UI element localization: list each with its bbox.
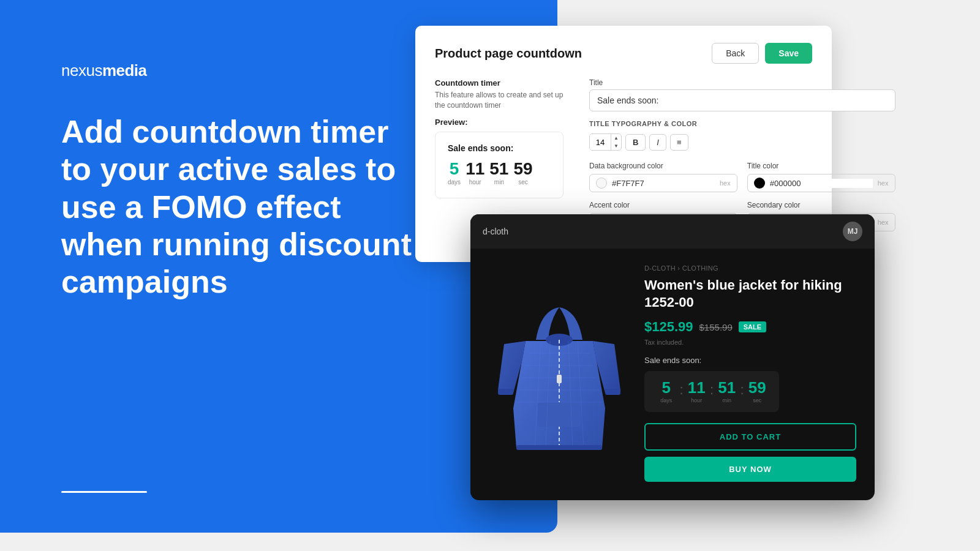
product-name: Women's blue jacket for hiking 1252-00	[644, 277, 856, 310]
logo: nexusmedia	[61, 61, 147, 80]
font-size-down-arrow[interactable]: ▼	[611, 142, 621, 150]
price-current: $125.99	[644, 319, 693, 335]
secondary-color-label: Secondary color	[747, 201, 895, 209]
dc-hours-num: 11	[688, 380, 706, 395]
preview-secs: 59 sec	[513, 160, 532, 186]
dc-mins: 51 min	[715, 380, 739, 403]
preview-mins-num: 51	[489, 160, 508, 178]
admin-panel-title: Product page countdown	[435, 47, 582, 61]
dc-secs-unit: sec	[753, 397, 761, 403]
sale-badge: SALE	[739, 321, 766, 332]
countdown-section-label: Countdown timer	[435, 78, 570, 88]
product-card-header: d-cloth MJ	[470, 214, 875, 249]
font-size-control: ▲ ▼	[589, 133, 622, 151]
product-card: d-cloth MJ	[470, 214, 875, 500]
preview-mins-unit: min	[494, 179, 504, 186]
dc-hours-unit: hour	[691, 397, 702, 403]
preview-days-num: 5	[450, 160, 459, 178]
price-original: $155.99	[699, 322, 733, 332]
dc-sep-2: :	[709, 382, 715, 398]
data-bg-color-input[interactable]: hex	[589, 174, 737, 192]
preview-countdown: 5 days 11 hour 51 min 59 sec	[448, 160, 551, 186]
preview-hours: 11 hour	[466, 160, 484, 186]
title-color-hex[interactable]	[770, 179, 873, 188]
preview-hours-num: 11	[466, 160, 484, 178]
title-input[interactable]	[589, 89, 895, 111]
countdown-section-desc: This feature allows to create and set up…	[435, 90, 570, 111]
preview-secs-num: 59	[513, 160, 532, 178]
data-bg-color-label: Data background color	[589, 162, 737, 170]
preview-secs-unit: sec	[518, 179, 528, 186]
typography-heading: TITLE TYPOGRAPHY & COLOR	[589, 120, 895, 127]
preview-box: Sale ends soon: 5 days 11 hour 51 min	[435, 132, 564, 198]
preview-label: Preview:	[435, 118, 570, 127]
svg-rect-13	[498, 389, 513, 395]
logo-regular: nexus	[61, 61, 102, 80]
font-size-input[interactable]	[590, 135, 611, 150]
buy-now-button[interactable]: BUY NOW	[644, 457, 856, 482]
data-bg-color-group: Data background color hex	[589, 162, 737, 192]
dc-hours: 11 hour	[685, 380, 709, 403]
data-bg-color-hex[interactable]	[612, 179, 715, 188]
dc-sep-3: :	[739, 382, 745, 398]
preview-days-unit: days	[448, 179, 461, 186]
data-bg-color-swatch	[596, 178, 607, 189]
dc-days-num: 5	[662, 380, 670, 395]
accent-color-label: Accent color	[589, 201, 737, 209]
secondary-color-hex-label: hex	[878, 219, 889, 226]
logo-bold: media	[102, 61, 147, 80]
font-size-up-arrow[interactable]: ▲	[611, 134, 621, 142]
dc-sep-1: :	[678, 382, 684, 398]
preview-mins: 51 min	[489, 160, 508, 186]
hero-text: Add countdown timer to your active sales…	[61, 113, 417, 301]
header-buttons: Back Save	[712, 43, 812, 64]
preview-sale-label: Sale ends soon:	[448, 143, 551, 153]
italic-button[interactable]: I	[649, 134, 666, 151]
product-image	[492, 286, 627, 457]
dark-countdown: 5 days : 11 hour : 51 min : 59 sec	[644, 371, 779, 412]
dc-secs-num: 59	[748, 380, 766, 395]
title-field-label: Title	[589, 78, 895, 87]
save-button[interactable]: Save	[765, 43, 812, 64]
dc-days: 5 days	[654, 380, 678, 403]
data-bg-color-hex-label: hex	[720, 179, 731, 187]
product-details: D-CLOTH › CLOTHING Women's blue jacket f…	[644, 261, 856, 482]
add-to-cart-button[interactable]: ADD TO CART	[644, 423, 856, 451]
admin-header: Product page countdown Back Save	[435, 43, 812, 64]
avatar: MJ	[843, 222, 862, 241]
title-color-swatch	[754, 178, 765, 189]
svg-rect-12	[557, 375, 562, 383]
preview-days: 5 days	[448, 160, 461, 186]
svg-rect-15	[516, 445, 602, 450]
product-image-area	[489, 261, 630, 482]
sale-ends-label: Sale ends soon:	[644, 356, 856, 365]
svg-rect-14	[605, 389, 620, 395]
preview-hours-unit: hour	[469, 179, 481, 186]
dc-secs: 59 sec	[745, 380, 769, 403]
breadcrumb: D-CLOTH › CLOTHING	[644, 264, 856, 272]
svg-rect-2	[538, 402, 581, 427]
title-color-hex-label: hex	[878, 179, 889, 187]
title-color-label: Title color	[747, 162, 895, 170]
store-name: d-cloth	[483, 227, 508, 236]
title-color-input[interactable]: hex	[747, 174, 895, 192]
color-row-1: Data background color hex Title color he…	[589, 162, 895, 192]
hero-divider	[61, 491, 147, 493]
tax-note: Tax included.	[644, 339, 856, 346]
typography-controls: ▲ ▼ B I ≡	[589, 133, 895, 151]
dc-mins-unit: min	[723, 397, 732, 403]
bold-button[interactable]: B	[625, 134, 646, 151]
product-body: D-CLOTH › CLOTHING Women's blue jacket f…	[470, 249, 875, 500]
back-button[interactable]: Back	[712, 43, 759, 64]
title-color-group: Title color hex	[747, 162, 895, 192]
font-size-arrows: ▲ ▼	[611, 134, 621, 150]
align-button[interactable]: ≡	[670, 134, 688, 151]
dc-mins-num: 51	[718, 380, 736, 395]
price-row: $125.99 $155.99 SALE	[644, 319, 856, 335]
dc-days-unit: days	[660, 397, 672, 403]
